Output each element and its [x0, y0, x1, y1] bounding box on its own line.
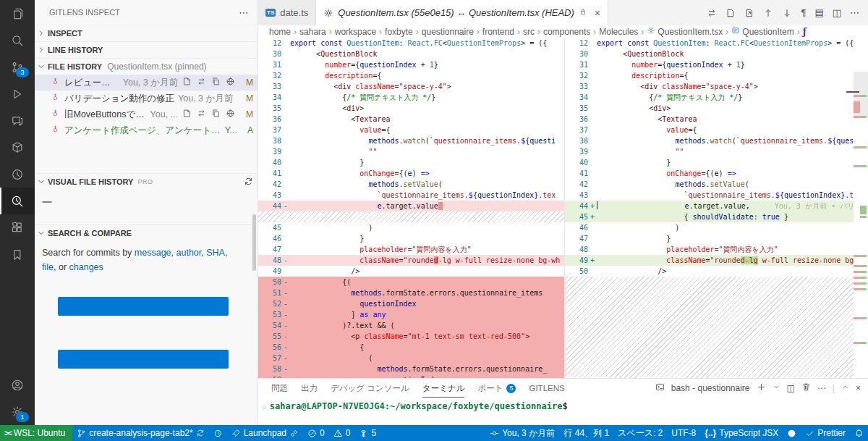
compare-references-button[interactable] [58, 350, 229, 369]
terminal-dropdown-icon[interactable] [773, 383, 780, 393]
status-ports-forwarded[interactable]: 5 [354, 425, 380, 441]
status-prettier[interactable]: Prettier [801, 425, 850, 441]
status-cursor-position[interactable]: 行 44、列 1 [559, 425, 613, 441]
status-remote[interactable]: ><WSL: Ubuntu [0, 425, 72, 441]
code-line: 31 number={questionIndex + 1} [258, 59, 564, 70]
activity-item-gitlens-inspect[interactable] [0, 188, 35, 214]
compare-icon[interactable] [197, 109, 206, 120]
open-file-icon[interactable] [182, 109, 192, 120]
activity-item-accounts[interactable] [0, 371, 35, 398]
breadcrumb-item[interactable]: components [543, 27, 590, 37]
globe-icon[interactable] [226, 77, 235, 88]
search-link[interactable]: author [176, 248, 202, 258]
copy-icon [211, 109, 221, 118]
activity-item-explorer[interactable] [0, 0, 35, 27]
commit-row[interactable]: バリデーション動作の修正You, 3 か月前M [35, 91, 258, 106]
status-launchpad[interactable]: Launchpad [227, 425, 303, 441]
copy-icon[interactable] [211, 77, 221, 88]
swap-sides-icon[interactable] [707, 8, 717, 18]
breadcrumb-item[interactable]: Molecules [599, 27, 638, 37]
panel-more-icon[interactable]: ⋯ [817, 383, 826, 393]
section-visual-file-history[interactable]: VISUAL FILE HISTORYPRO [35, 173, 258, 190]
close-panel-icon[interactable]: × [856, 383, 861, 393]
tab-date-ts[interactable]: TSdate.ts [258, 0, 316, 25]
terminal-picker[interactable]: bash - questionnaire [671, 383, 750, 393]
more-actions-icon[interactable]: ⋯ [239, 7, 249, 18]
status-encoding[interactable]: UTF-8 [667, 425, 700, 441]
status-notifications[interactable] [850, 425, 868, 441]
activity-item-extensions[interactable] [0, 214, 35, 241]
panel-tab-problems[interactable]: 問題 [271, 379, 288, 398]
activity-item-gitlens[interactable] [0, 161, 35, 188]
status-branch[interactable]: create-analysis-page-tab2* [72, 425, 208, 441]
copy-icon[interactable] [211, 109, 221, 120]
status-warnings[interactable]: 0 [329, 425, 355, 441]
section-inspect[interactable]: INSPECT [35, 25, 258, 41]
globe-icon[interactable] [226, 109, 235, 120]
split-terminal-icon[interactable]: ◫ [787, 383, 795, 393]
breadcrumb-item[interactable]: questionnaire [422, 27, 474, 37]
sidebar-scrollbar[interactable] [252, 214, 256, 271]
breadcrumb-item[interactable]: workspace [335, 27, 376, 37]
activity-item-run-debug[interactable] [0, 80, 35, 107]
split-editor-icon[interactable]: ◫ [833, 7, 841, 18]
breadcrumb-item[interactable]: foxbyte [385, 27, 413, 37]
open-file-icon[interactable] [726, 8, 736, 18]
breadcrumb-item[interactable]: QuestionItem.tsx [647, 26, 723, 37]
status-errors[interactable]: 0 [303, 425, 329, 441]
commit-row[interactable]: レビュー内容の修正 ...You, 3 か月前M [35, 75, 258, 91]
activity-item-settings[interactable]: 1 [0, 398, 35, 425]
open-changes-icon[interactable] [744, 8, 754, 18]
tab-diff[interactable]: QuestionItem.tsx (55e0e15) ↔ QuestionIte… [316, 0, 608, 25]
word-wrap-icon[interactable]: ▤ [814, 7, 823, 18]
open-file-icon[interactable] [182, 77, 192, 88]
chev-right-icon [37, 46, 46, 54]
diff-modified-pane[interactable]: 12export const QuestionItem: React.FC<Qu… [565, 38, 868, 378]
panel-tab-debug-console[interactable]: デバッグ コンソール [331, 379, 409, 398]
breadcrumb-item[interactable]: src [523, 27, 535, 37]
activity-item-source-control[interactable]: 3 [0, 54, 35, 80]
section-file-history[interactable]: FILE HISTORYQuestionItem.tsx (pinned) [35, 58, 258, 75]
status-gitlens-status[interactable] [209, 425, 227, 441]
search-link[interactable]: SHA [206, 248, 225, 258]
kill-terminal-icon[interactable] [801, 382, 811, 394]
breadcrumb-item[interactable]: ƒ [803, 27, 809, 37]
breadcrumb-item[interactable]: sahara [299, 27, 326, 37]
compare-icon[interactable] [197, 77, 206, 88]
panel-tab-gitlens[interactable]: GITLENS [529, 379, 564, 398]
status-github[interactable] [783, 425, 801, 441]
activity-item-bookmarks[interactable] [0, 241, 35, 268]
panel-tab-terminal[interactable]: ターミナル [422, 379, 465, 398]
activity-item-search[interactable] [0, 27, 35, 54]
minimap[interactable] [854, 38, 868, 378]
new-terminal-icon[interactable] [757, 382, 766, 394]
panel-tab-ports[interactable]: ポート5 [477, 379, 516, 398]
next-change-icon[interactable] [782, 8, 792, 18]
more-actions-icon[interactable]: ⋯ [850, 7, 859, 18]
section-line-history[interactable]: LINE HISTORY [35, 41, 258, 58]
status-blame[interactable]: You, 3 か月前 [485, 425, 559, 441]
terminal[interactable]: ○ sahara@LAPTOP-N7VEOJG4:~/workspace/fox… [258, 398, 868, 425]
maximize-panel-icon[interactable] [841, 383, 849, 393]
previous-change-icon[interactable] [763, 8, 773, 18]
search-link[interactable]: file [42, 262, 54, 272]
breadcrumb-item[interactable]: frontend [482, 27, 514, 37]
command-decoration-icon[interactable]: ○ [263, 403, 266, 425]
panel-tab-output[interactable]: 出力 [301, 379, 318, 398]
commit-row[interactable]: アンケート作成ページ、アンケート作成ページ用コンポーネントを作成Y...A [35, 122, 258, 138]
status-language-mode[interactable]: {..}TypeScript JSX [700, 425, 783, 441]
breadcrumb-item[interactable]: home [269, 27, 291, 37]
toggle-whitespace-icon[interactable]: ¶ [801, 7, 806, 18]
section-search-compare[interactable]: SEARCH & COMPARE [35, 224, 258, 241]
search-commits-button[interactable] [58, 297, 229, 316]
close-icon[interactable]: × [595, 7, 600, 19]
status-indentation[interactable]: スペース: 2 [613, 425, 667, 441]
commit-row[interactable]: 旧MoveButtonsでのlucide-reactを利用 ...You, ..… [35, 106, 258, 122]
search-link[interactable]: message [135, 248, 171, 258]
breadcrumb-item[interactable]: QuestionItem [731, 26, 793, 37]
refresh-icon[interactable] [244, 177, 253, 188]
diff-original-pane[interactable]: 12export const QuestionItem: React.FC<Qu… [258, 38, 565, 378]
activity-item-chat[interactable] [0, 107, 35, 134]
search-link[interactable]: changes [69, 262, 103, 272]
activity-item-containers[interactable] [0, 134, 35, 161]
